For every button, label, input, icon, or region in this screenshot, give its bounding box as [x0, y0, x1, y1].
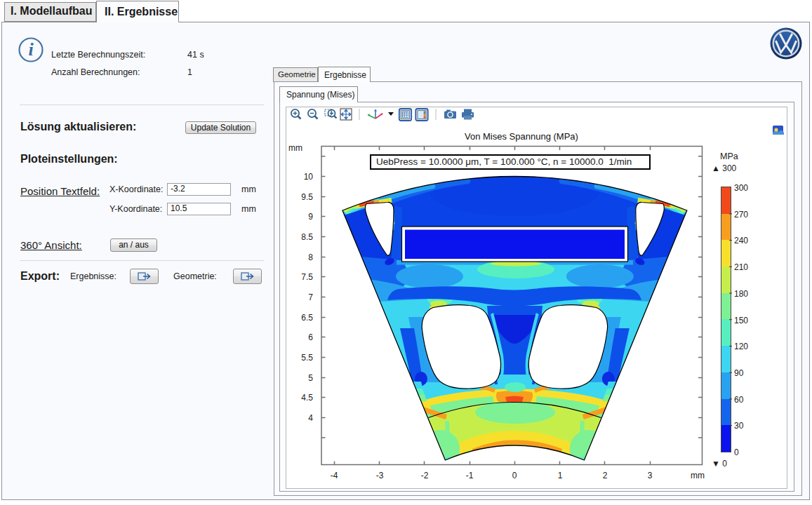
- svg-text:i: i: [28, 39, 34, 60]
